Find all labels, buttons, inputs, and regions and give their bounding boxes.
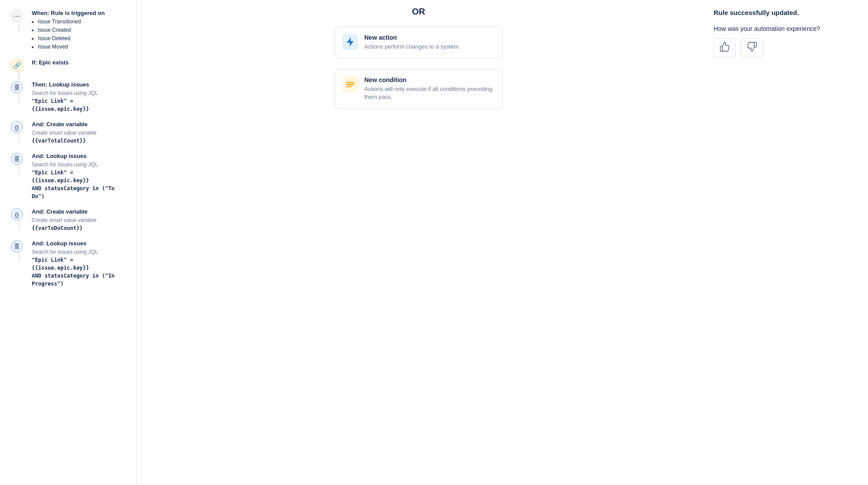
rule-row-var2[interactable]: {} And: Create variable Create smart val… [11,207,127,239]
icon-col-var1: {} [11,120,27,142]
rule-row-lookup2[interactable]: 🗄 And: Lookup issues Search for issues u… [11,152,127,207]
lookup1-body: Then: Lookup issues Search for issues us… [32,80,127,120]
connector-line-4 [19,133,19,142]
db-icon-2: 🗄 [11,153,23,165]
trigger-title: When: Rule is triggered on [32,10,127,16]
feedback-buttons [714,38,763,57]
icon-col-lookup1: 🗄 [11,80,27,102]
db-icon-3: 🗄 [11,240,23,252]
rule-row-lookup3[interactable]: 🗄 And: Lookup issues Search for issues u… [11,239,127,295]
var1-body: And: Create variable Create smart value … [32,120,127,152]
epic-title: If: Epic exists [32,59,127,66]
lookup3-body: And: Lookup issues Search for issues usi… [32,239,127,295]
action-card-content: New action Actions perform changes to a … [364,34,460,51]
lookup2-code2: AND statusCategory in ("To Do") [32,185,115,199]
thumbs-up-button[interactable] [714,38,736,57]
action-icon [342,34,358,50]
connector-line-5 [19,165,19,174]
trigger-body: When: Rule is triggered on Issue Transit… [32,9,127,58]
rule-row-epic[interactable]: 🔗 If: Epic exists [11,58,127,80]
lookup2-code1: "Epic Link" = {{issue.epic.key}} [32,169,89,184]
connector-line-3 [19,94,19,102]
lookup3-code2: AND statusCategory in ("In Progress") [32,273,115,287]
svg-rect-1 [346,84,354,85]
page-container: ⋯ When: Rule is triggered on Issue Trans… [0,0,868,485]
icon-col-trigger: ⋯ [11,9,27,31]
action-card-title: New action [364,34,460,41]
new-condition-card[interactable]: New condition Actions will only execute … [335,69,502,109]
connector-line-7 [19,252,19,261]
rule-row-var1[interactable]: {} And: Create variable Create smart val… [11,120,127,152]
icon-col-var2: {} [11,207,27,229]
trigger-list-item-1: Issue Transitioned [38,18,127,26]
lookup1-detail: Search for issues using JQL "Epic Link" … [32,89,127,113]
success-message: Rule successfully updated. [714,9,799,16]
rule-row-lookup1[interactable]: 🗄 Then: Lookup issues Search for issues … [11,80,127,120]
trigger-detail: Issue Transitioned Issue Created Issue D… [32,18,127,51]
lookup2-label: Search for issues using JQL [32,162,98,168]
connector-line-2 [19,71,19,80]
or-label: OR [412,7,425,17]
connector-line-1 [19,22,19,31]
feedback-label: How was your automation experience? [714,25,820,32]
thumbs-up-icon [719,41,730,54]
left-panel: ⋯ When: Rule is triggered on Issue Trans… [0,0,137,485]
connector-line-6 [19,221,19,229]
lookup1-label: Search for issues using JQL [32,90,98,96]
new-action-card[interactable]: New action Actions perform changes to a … [335,26,502,58]
trigger-list-item-2: Issue Created [38,26,127,34]
lookup2-detail: Search for issues using JQL "Epic Link" … [32,161,127,200]
trigger-list: Issue Transitioned Issue Created Issue D… [32,18,127,51]
svg-rect-0 [346,82,354,83]
var1-code: {{varTotalCount}} [32,138,86,144]
var2-body: And: Create variable Create smart value … [32,207,127,239]
thumbs-down-button[interactable] [741,38,763,57]
icon-col-lookup3: 🗄 [11,239,27,261]
var1-label: Create smart value variable [32,130,97,136]
var2-detail: Create smart value variable {{varToDoCou… [32,216,127,232]
var2-label: Create smart value variable [32,217,97,223]
lookup3-title: And: Lookup issues [32,240,127,247]
trigger-list-item-4: Issue Moved [38,43,127,51]
condition-card-desc: Actions will only execute if all conditi… [364,85,495,101]
lookup1-code: "Epic Link" = {{issue.epic.key}} [32,98,89,112]
epic-body: If: Epic exists [32,58,127,74]
var2-code: {{varToDoCount}} [32,225,83,231]
lookup2-title: And: Lookup issues [32,153,127,159]
middle-panel: OR New action Actions perform changes to… [137,0,700,485]
lookup3-detail: Search for issues using JQL "Epic Link" … [32,248,127,288]
rule-row-trigger[interactable]: ⋯ When: Rule is triggered on Issue Trans… [11,9,127,58]
dots-icon: ⋯ [11,10,23,22]
var2-title: And: Create variable [32,208,127,215]
icon-col-lookup2: 🗄 [11,152,27,174]
lookup3-code1: "Epic Link" = {{issue.epic.key}} [32,257,89,271]
var1-title: And: Create variable [32,121,127,128]
code-icon-2: {} [11,208,23,221]
var1-detail: Create smart value variable {{varTotalCo… [32,129,127,145]
condition-card-content: New condition Actions will only execute … [364,76,495,101]
svg-rect-2 [346,86,352,87]
condition-icon [342,76,358,92]
link-icon: 🔗 [11,59,23,71]
code-icon-1: {} [11,121,23,133]
rules-list: ⋯ When: Rule is triggered on Issue Trans… [11,9,127,295]
action-card-desc: Actions perform changes to a system. [364,43,460,51]
right-panel: Rule successfully updated. How was your … [700,0,868,485]
condition-card-title: New condition [364,76,495,83]
lookup1-title: Then: Lookup issues [32,81,127,88]
thumbs-down-icon [747,41,757,54]
db-icon-1: 🗄 [11,81,23,94]
lookup2-body: And: Lookup issues Search for issues usi… [32,152,127,207]
icon-col-epic: 🔗 [11,58,27,80]
lookup3-label: Search for issues using JQL [32,249,98,255]
trigger-list-item-3: Issue Deleted [38,34,127,42]
